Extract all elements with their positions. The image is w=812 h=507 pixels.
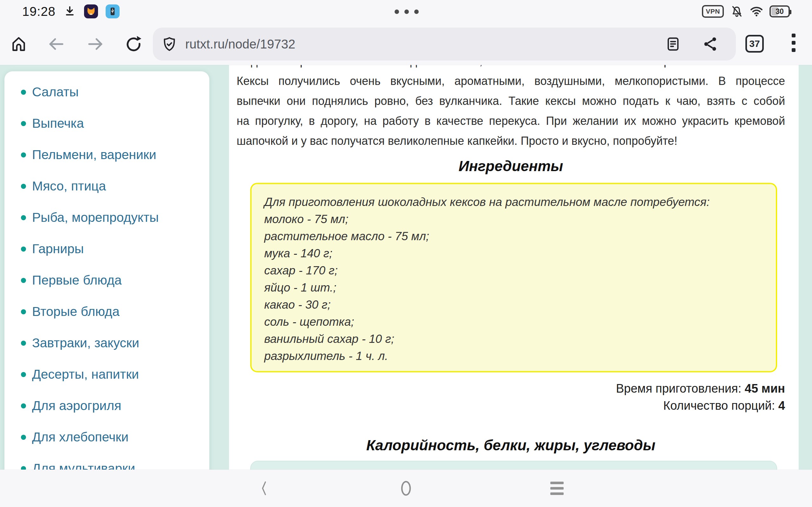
bullet-icon — [21, 90, 26, 95]
nav-home-icon — [399, 478, 413, 498]
ingredient-line: растительное масло - 75 мл; — [264, 228, 763, 245]
usb-notification-icon — [106, 4, 119, 18]
forward-arrow-icon — [86, 35, 105, 54]
home-icon — [10, 35, 28, 53]
ingredient-line: яйцо - 1 шт.; — [264, 279, 763, 296]
category-list-item: Первые блюда — [4, 265, 209, 296]
category-link[interactable]: Для хлебопечки — [32, 430, 129, 445]
category-link[interactable]: Пельмени, вареники — [32, 147, 156, 162]
category-link[interactable]: Гарниры — [32, 241, 84, 257]
recipe-intro-paragraph: Недавно приготовила шоколадные кексы, за… — [237, 65, 785, 151]
article-column: Недавно приготовила шоколадные кексы, за… — [229, 65, 812, 507]
page-right-margin — [799, 65, 812, 507]
category-list-item: Для хлебопечки — [4, 421, 209, 453]
cooking-time-value: 45 мин — [745, 382, 785, 395]
ingredient-line: какао - 30 г; — [264, 296, 763, 314]
reload-icon — [124, 35, 143, 53]
bullet-icon — [21, 372, 26, 377]
url-bar[interactable]: rutxt.ru/node/19732 — [153, 27, 736, 60]
url-text[interactable]: rutxt.ru/node/19732 — [185, 37, 295, 51]
intro-text-line: Кексы получились очень вкусными, ароматн… — [237, 71, 785, 91]
category-list-item: Десерты, напитки — [4, 359, 209, 390]
bullet-icon — [21, 153, 26, 158]
bullet-icon — [21, 215, 26, 220]
category-link[interactable]: Завтраки, закуски — [32, 336, 139, 350]
reader-mode-button[interactable] — [660, 27, 686, 60]
page-content: Салаты Выпечка Пельмени, вареники — [0, 65, 812, 507]
intro-text-line: шапочкой и у вас получатся великолепные … — [237, 131, 785, 151]
nutrition-heading: Калорийность, белки, жиры, углеводы — [237, 437, 785, 454]
category-menu-card: Салаты Выпечка Пельмени, вареники — [4, 71, 209, 507]
home-button[interactable] — [4, 23, 33, 65]
category-link[interactable]: Вторые блюда — [32, 304, 119, 319]
clock: 19:28 — [22, 4, 55, 19]
bullet-icon — [21, 341, 26, 346]
category-list-item: Завтраки, закуски — [4, 327, 209, 359]
category-list-item: Для аэрогриля — [4, 390, 209, 421]
ingredient-line: соль - щепотка; — [264, 314, 763, 331]
intro-text-line: на прогулку, в дорогу, на работу в качес… — [237, 111, 785, 131]
tab-count: 37 — [749, 38, 760, 49]
servings-value: 4 — [778, 399, 785, 412]
share-icon — [702, 36, 719, 53]
bullet-icon — [21, 184, 26, 189]
nav-recents-icon — [550, 482, 564, 495]
category-link[interactable]: Для аэрогриля — [32, 398, 121, 413]
back-arrow-icon — [47, 35, 66, 54]
category-list-item: Гарниры — [4, 233, 209, 265]
bullet-icon — [21, 309, 26, 314]
reload-button[interactable] — [119, 23, 148, 65]
wifi-icon — [750, 5, 763, 18]
camera-cutout-dots — [395, 9, 419, 14]
status-bar: 19:28 VPN 30 — [0, 0, 812, 23]
category-link[interactable]: Десерты, напитки — [32, 367, 139, 382]
bullet-icon — [21, 435, 26, 440]
reader-mode-icon — [665, 36, 681, 52]
nav-back-button[interactable] — [245, 469, 283, 507]
category-link[interactable]: Салаты — [32, 84, 79, 100]
share-button[interactable] — [698, 27, 723, 60]
ingredients-intro-line: Для приготовления шоколадных кексов на р… — [264, 193, 763, 211]
ingredient-line: разрыхлитель - 1 ч. л. — [264, 348, 763, 365]
intro-text-line: Недавно приготовила шоколадные кексы, за… — [237, 65, 785, 71]
back-button[interactable] — [42, 23, 70, 65]
category-list-item: Рыба, морепродукты — [4, 202, 209, 233]
ingredient-line: мука - 140 г; — [264, 245, 763, 262]
vpn-badge: VPN — [702, 5, 724, 18]
cooking-time-row: Время приготовления: 45 мин — [237, 380, 785, 397]
nav-home-button[interactable] — [387, 469, 425, 507]
ingredients-box: Для приготовления шоколадных кексов на р… — [250, 183, 777, 372]
forward-button[interactable] — [81, 23, 110, 65]
overflow-menu-button[interactable] — [792, 34, 796, 52]
browser-toolbar: rutxt.ru/node/19732 37 — [0, 23, 812, 65]
nav-back-icon — [259, 480, 269, 497]
bullet-icon — [21, 246, 26, 251]
nav-recents-button[interactable] — [538, 469, 576, 507]
bullet-icon — [21, 121, 26, 126]
category-link[interactable]: Первые блюда — [32, 273, 122, 288]
bullet-icon — [21, 278, 26, 283]
site-security-shield-icon[interactable] — [161, 36, 177, 52]
category-list-item: Мясо, птица — [4, 170, 209, 202]
category-list-item: Пельмени, вареники — [4, 139, 209, 170]
ingredient-line: молоко - 75 мл; — [264, 211, 763, 228]
ingredients-heading: Ингредиенты — [237, 158, 785, 175]
intro-text-line: выпечки они поднялись ровно, без вулканч… — [237, 91, 785, 111]
recipe-article: Недавно приготовила шоколадные кексы, за… — [237, 65, 785, 507]
bullet-icon — [21, 403, 26, 408]
category-list-item: Вторые блюда — [4, 296, 209, 327]
tab-counter-button[interactable]: 37 — [745, 35, 764, 53]
ingredient-line: ванильный сахар - 10 г; — [264, 331, 763, 348]
download-icon — [63, 5, 77, 18]
category-link[interactable]: Мясо, птица — [32, 179, 106, 193]
recipe-meta: Время приготовления: 45 мин Количество п… — [237, 380, 785, 414]
category-link[interactable]: Выпечка — [32, 116, 84, 131]
servings-row: Количество порций: 4 — [237, 397, 785, 414]
system-navigation-bar — [0, 469, 812, 507]
category-list-item: Выпечка — [4, 108, 209, 139]
battery-indicator: 30 — [769, 5, 790, 17]
sidebar-background: Салаты Выпечка Пельмени, вареники — [0, 65, 229, 507]
category-link[interactable]: Рыба, морепродукты — [32, 210, 159, 225]
category-list-item: Салаты — [4, 76, 209, 108]
firefox-notification-icon — [84, 4, 98, 18]
